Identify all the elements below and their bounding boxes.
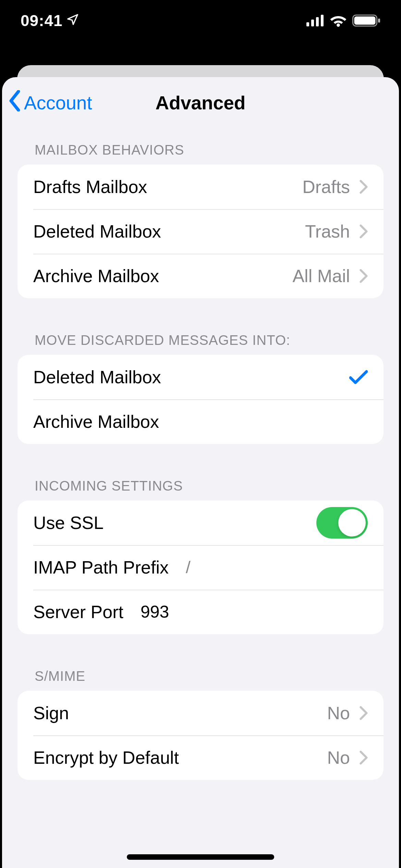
battery-icon	[352, 14, 380, 27]
svg-rect-5	[354, 16, 376, 25]
svg-rect-2	[316, 17, 319, 26]
status-time: 09:41	[21, 11, 63, 30]
group-mailbox-behaviors: Drafts Mailbox Drafts Deleted Mailbox Tr…	[17, 165, 384, 298]
row-label: Drafts Mailbox	[33, 177, 147, 197]
svg-rect-6	[378, 19, 380, 23]
chevron-right-icon	[360, 706, 368, 720]
row-label: Archive Mailbox	[33, 266, 159, 286]
row-imap-prefix[interactable]: IMAP Path Prefix /	[17, 545, 384, 590]
nav-bar: Account Advanced	[2, 77, 399, 129]
chevron-right-icon	[360, 750, 368, 765]
row-move-archive[interactable]: Archive Mailbox	[17, 399, 384, 444]
location-icon	[66, 11, 79, 30]
row-value: /	[186, 557, 191, 577]
row-value: 993	[141, 602, 169, 622]
row-drafts-mailbox[interactable]: Drafts Mailbox Drafts	[17, 165, 384, 209]
row-archive-mailbox[interactable]: Archive Mailbox All Mail	[17, 254, 384, 298]
group-move-discarded: Deleted Mailbox Archive Mailbox	[17, 355, 384, 444]
row-encrypt-default[interactable]: Encrypt by Default No	[17, 735, 384, 780]
group-smime: Sign No Encrypt by Default No	[17, 691, 384, 780]
row-value: No	[327, 747, 350, 768]
row-label: Sign	[33, 703, 69, 723]
row-value: Trash	[305, 221, 350, 242]
back-button[interactable]: Account	[8, 77, 92, 129]
row-label: Deleted Mailbox	[33, 221, 161, 242]
status-bar: 09:41	[0, 0, 401, 48]
toggle-knob	[338, 509, 366, 537]
settings-sheet: Account Advanced Mailbox Behaviors Draft…	[2, 77, 399, 868]
row-sign[interactable]: Sign No	[17, 691, 384, 735]
svg-rect-1	[311, 20, 314, 26]
cellular-icon	[306, 15, 324, 26]
chevron-left-icon	[8, 90, 21, 116]
row-label: IMAP Path Prefix	[33, 557, 169, 578]
section-header-incoming: Incoming Settings	[17, 444, 384, 501]
svg-rect-0	[306, 22, 309, 26]
row-label: Server Port	[33, 602, 123, 622]
row-server-port[interactable]: Server Port 993	[17, 590, 384, 634]
section-header-move-discarded: Move Discarded Messages Into:	[17, 298, 384, 355]
group-incoming: Use SSL IMAP Path Prefix / Server Port 9…	[17, 501, 384, 634]
section-header-smime: S/MIME	[17, 634, 384, 691]
row-value: Drafts	[302, 177, 350, 197]
status-left: 09:41	[21, 11, 79, 30]
svg-rect-3	[321, 15, 324, 26]
row-use-ssl: Use SSL	[17, 501, 384, 545]
section-header-mailbox-behaviors: Mailbox Behaviors	[17, 129, 384, 165]
row-value: All Mail	[292, 266, 350, 286]
back-label: Account	[24, 92, 92, 114]
chevron-right-icon	[360, 269, 368, 283]
chevron-right-icon	[360, 180, 368, 194]
use-ssl-toggle[interactable]	[316, 507, 368, 539]
row-label: Encrypt by Default	[33, 747, 179, 768]
checkmark-icon	[349, 370, 368, 385]
row-label: Use SSL	[33, 513, 104, 533]
status-right	[306, 14, 380, 27]
row-value: No	[327, 703, 350, 723]
home-indicator[interactable]	[127, 854, 274, 860]
chevron-right-icon	[360, 224, 368, 239]
row-deleted-mailbox[interactable]: Deleted Mailbox Trash	[17, 209, 384, 254]
row-label: Deleted Mailbox	[33, 367, 161, 387]
wifi-icon	[330, 14, 347, 27]
row-move-deleted[interactable]: Deleted Mailbox	[17, 355, 384, 399]
row-label: Archive Mailbox	[33, 411, 159, 432]
